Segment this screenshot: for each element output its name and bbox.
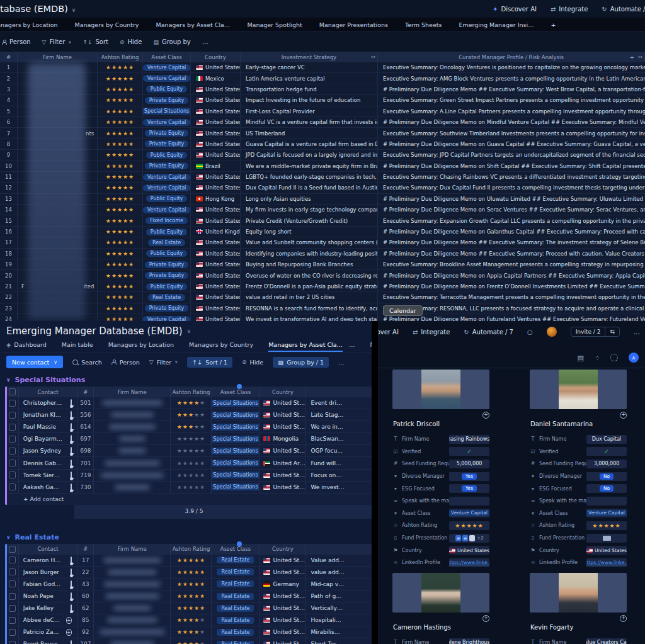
asset-class-cell[interactable]: Venture Capital bbox=[143, 205, 191, 215]
app-title[interactable]: tabase (EMDB)∨ bbox=[0, 4, 76, 14]
contact-cell[interactable]: Aakash Gautam bbox=[19, 482, 78, 493]
tab-managers-by-asset-cla[interactable]: Managers by Asset Cla… bbox=[156, 21, 231, 28]
ashton-rating-cell[interactable]: ★★★★★ bbox=[171, 409, 212, 421]
gear-icon[interactable] bbox=[610, 354, 618, 361]
row-checkbox[interactable] bbox=[9, 424, 16, 431]
asset-class-cell[interactable]: Private Equity bbox=[143, 259, 191, 269]
row-checkbox[interactable] bbox=[9, 641, 16, 644]
row-checkbox[interactable] bbox=[9, 593, 16, 600]
firm-name-cell[interactable] bbox=[94, 421, 171, 432]
field-value-firm-name[interactable]: Chasing Rainbows… bbox=[449, 435, 489, 444]
investment-strategy-cell[interactable]: Fund will… bbox=[306, 457, 372, 468]
country-cell[interactable]: United States bbox=[191, 292, 241, 302]
field-value-firm-name[interactable]: Value Creators Ca… bbox=[586, 638, 627, 644]
column-header-country[interactable]: Country bbox=[191, 52, 241, 62]
toolbar-hide-button[interactable]: ⊘Hide bbox=[120, 38, 142, 45]
contact-cell[interactable]: Dennis Gabriele bbox=[19, 457, 78, 468]
table-row[interactable]: 12★★★★★Venture CapitalUnited StatesDux C… bbox=[0, 183, 645, 193]
tab-emerging-manager-insi[interactable]: Emerging Manager Insi… bbox=[459, 21, 534, 28]
curated-profile-cell[interactable]: # Preliminary Due Diligence Memo on Fren… bbox=[378, 281, 645, 291]
row-checkbox[interactable] bbox=[9, 568, 16, 575]
ashton-rating-cell[interactable]: ★★★★★ bbox=[171, 397, 212, 409]
contact-cell[interactable]: Paul Massie bbox=[19, 421, 78, 432]
manager-card-daniel-santamarina[interactable]: +Daniel SantamarinaTFirm NameDux Capital… bbox=[530, 370, 627, 569]
investment-strategy-cell[interactable]: LGBTQ+ founded early-stage companies in … bbox=[241, 172, 378, 182]
table-row[interactable]: 4★★★★★Private EquityUnited StatesImpact … bbox=[0, 95, 645, 106]
row-checkbox-cell[interactable] bbox=[7, 555, 19, 566]
menu-item-automate-7[interactable]: ↻Automate / 7 bbox=[602, 6, 645, 13]
investment-strategy-cell[interactable]: RESONNA is a search fund formed to ident… bbox=[241, 303, 378, 314]
field-value-esg-focused[interactable]: No bbox=[586, 484, 627, 493]
field-value-asset-class[interactable]: Venture Capital bbox=[449, 509, 489, 517]
asset-class-cell[interactable]: Venture Capital bbox=[143, 314, 191, 321]
country-cell[interactable]: United States bbox=[191, 172, 241, 182]
country-cell[interactable]: Brazil bbox=[191, 161, 241, 171]
asset-class-cell[interactable]: Real Estate bbox=[212, 626, 260, 638]
more-options-button[interactable]: … bbox=[338, 359, 345, 366]
country-cell[interactable]: United States bbox=[260, 482, 306, 493]
ashton-rating-cell[interactable]: ★★★★★ bbox=[98, 237, 143, 247]
chat-bubble-icon[interactable] bbox=[71, 448, 72, 454]
field-value-verified[interactable]: ✓ bbox=[449, 447, 489, 456]
asset-class-cell[interactable]: Special Situations bbox=[212, 433, 260, 444]
toolbar-sort-button[interactable]: ↑↓Sort bbox=[83, 38, 108, 45]
asset-class-cell[interactable]: Private Equity bbox=[143, 303, 191, 314]
asset-class-cell[interactable]: Public Equity bbox=[143, 249, 191, 259]
row-checkbox[interactable] bbox=[9, 617, 16, 624]
firm-name-cell[interactable] bbox=[94, 397, 171, 409]
row-checkbox-cell[interactable] bbox=[7, 409, 19, 421]
row-checkbox-cell[interactable] bbox=[7, 602, 19, 614]
manager-card-cameron-hastings[interactable]: +Cameron HastingsTFirm NameSelene Bright… bbox=[392, 573, 489, 644]
investment-strategy-cell[interactable]: Guava Capital is a venture capital firm … bbox=[241, 139, 378, 149]
toolbar-group-by-button[interactable]: ▤Group by bbox=[153, 38, 190, 45]
row-checkbox[interactable] bbox=[9, 460, 16, 466]
tab-managers-by-asset-cla[interactable]: Managers by Asset Cla… bbox=[268, 341, 343, 352]
ashton-rating-cell[interactable]: ★★★★★ bbox=[98, 281, 143, 291]
table-row[interactable]: Cameron Hastings17★★★★★Real EstateUnited… bbox=[7, 555, 372, 567]
group-by-button[interactable]: ▤Group by / 1 bbox=[273, 357, 329, 368]
chat-bubble-icon[interactable] bbox=[71, 436, 72, 442]
search-button[interactable]: Search bbox=[72, 359, 102, 366]
investment-strategy-cell[interactable]: We are a middle-market private equity fi… bbox=[241, 161, 378, 171]
contact-cell[interactable]: Noah Pape bbox=[19, 590, 78, 602]
select-all-checkbox[interactable] bbox=[9, 546, 16, 553]
country-cell[interactable]: United States bbox=[191, 95, 241, 105]
ashton-rating-cell[interactable]: ★★★★★ bbox=[98, 172, 143, 182]
table-row[interactable]: 15★★★★★Fixed IncomeUnited StatesPrivate … bbox=[0, 215, 645, 226]
row-checkbox[interactable] bbox=[9, 605, 16, 612]
row-checkbox[interactable] bbox=[9, 412, 16, 419]
curated-profile-cell[interactable]: Executive Summary: AMG Block Ventures pr… bbox=[378, 73, 645, 83]
table-row[interactable]: 9★★★★★Public EquityUnited StatesJPD Capi… bbox=[0, 150, 645, 161]
table-row[interactable]: Jake Kelley62★★★★★Real EstateUnited Stat… bbox=[7, 602, 372, 614]
investment-strategy-cell[interactable]: Private Credit (Venture/Growth Credit) bbox=[241, 215, 378, 225]
table-row[interactable]: 11★★★★★Venture CapitalUnited StatesLGBTQ… bbox=[0, 172, 645, 183]
asset-class-cell[interactable]: Real Estate bbox=[212, 590, 260, 602]
table-row[interactable]: 6★★★★★Venture CapitalUnited StatesMindfu… bbox=[0, 117, 645, 128]
investment-strategy-cell[interactable]: JPD Capital is focused on a largely igno… bbox=[241, 150, 378, 160]
row-checkbox-cell[interactable] bbox=[7, 397, 19, 409]
investment-strategy-cell[interactable]: Value add Sunbelt community shopping cen… bbox=[241, 237, 378, 247]
field-value-verified[interactable]: ✓ bbox=[586, 447, 627, 456]
investment-strategy-cell[interactable]: value add retail in tier 2 US cities bbox=[241, 292, 378, 302]
country-cell[interactable]: United States bbox=[260, 638, 306, 644]
firm-name-cell[interactable] bbox=[94, 590, 171, 602]
contact-cell[interactable]: Fabian Godbersen bbox=[19, 579, 78, 590]
column-header-firm-name[interactable]: Firm Name bbox=[94, 387, 171, 397]
field-value-ashton-rating[interactable]: ★★★★★ bbox=[586, 521, 627, 530]
add-contact-row[interactable]: + Add contact bbox=[7, 494, 372, 505]
investment-strategy-cell[interactable]: Mid-cap v… bbox=[306, 579, 372, 590]
field-value-fund-presentation[interactable]: ww+2 bbox=[449, 534, 489, 543]
table-row[interactable]: 1★★★★★Venture CapitalUnited StatesEarly-… bbox=[0, 62, 645, 73]
country-cell[interactable]: United States bbox=[260, 421, 306, 432]
ashton-rating-cell[interactable]: ★★★★★ bbox=[171, 579, 212, 590]
investment-strategy-cell[interactable]: value add… bbox=[306, 567, 372, 578]
share-icon[interactable]: ⇆ bbox=[605, 327, 619, 336]
ashton-rating-cell[interactable]: ★★★★★ bbox=[98, 227, 143, 237]
investment-strategy-cell[interactable]: BlacSwan… bbox=[306, 433, 372, 444]
field-value-speak-with-the-mana[interactable] bbox=[449, 497, 489, 506]
curated-profile-cell[interactable]: # Preliminary Due Diligence Memo on Sera… bbox=[378, 205, 645, 215]
asset-class-cell[interactable]: Private Equity bbox=[143, 161, 191, 171]
table-row[interactable]: Christopher Wirt…501★★★★★Special Situati… bbox=[7, 397, 372, 409]
chat-bubble-icon[interactable]: ○ bbox=[527, 329, 533, 336]
field-value-seed-funding-reque[interactable]: 5,000,000 bbox=[449, 460, 489, 468]
